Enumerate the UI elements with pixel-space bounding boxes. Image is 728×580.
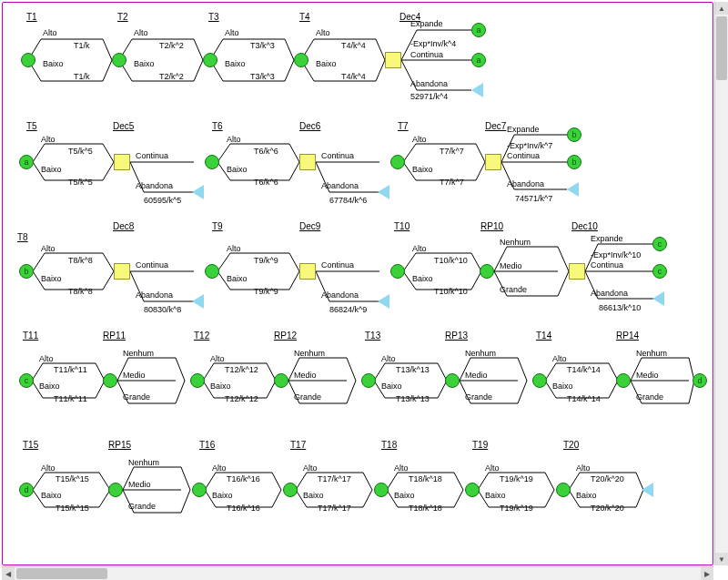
label-value: 67784/k^6 xyxy=(329,196,367,205)
label-continua: Continua xyxy=(321,260,354,270)
label-frac: T15/k^15 xyxy=(56,504,89,513)
terminal-c: c xyxy=(652,237,667,251)
chance-node-rp13 xyxy=(445,373,460,388)
decision-node-dec4 xyxy=(385,52,401,68)
horizontal-scrollbar[interactable]: ◀ ▶ xyxy=(2,566,713,580)
label-neg: -Exp*Inv/k^10 xyxy=(591,250,641,259)
label-frac: T6/k^6 xyxy=(254,178,278,187)
chance-node-t14 xyxy=(532,373,547,388)
label-frac: T19/k^19 xyxy=(500,474,533,483)
label-baixo: Baixo xyxy=(212,491,233,500)
label-baixo: Baixo xyxy=(303,491,324,500)
triangle-end xyxy=(642,483,653,497)
chance-node-t6 xyxy=(205,155,219,169)
start-d: d xyxy=(19,483,34,497)
chance-node-t3 xyxy=(203,53,217,67)
label-frac: T12/k^12 xyxy=(225,394,258,403)
label-frac: T12/k^12 xyxy=(225,365,258,374)
label-abandona: Abandona xyxy=(410,79,448,88)
label-grande: Grande xyxy=(500,285,527,294)
triangle-d6 xyxy=(378,185,389,199)
label-expande: Expande xyxy=(591,234,623,243)
label-frac: T17/k^17 xyxy=(318,504,351,513)
row1-wires xyxy=(3,3,713,103)
row2-wires xyxy=(3,112,713,221)
label-baixo: Baixo xyxy=(39,382,60,391)
label-nenhum: Nenhum xyxy=(465,349,496,358)
scroll-thumb-v[interactable] xyxy=(716,16,727,80)
label-baixo: Baixo xyxy=(227,274,248,283)
label-continua: Continua xyxy=(136,151,168,160)
label-nenhum: Nenhum xyxy=(123,349,154,358)
chance-node-rp12 xyxy=(274,373,288,388)
label-alto: Alto xyxy=(227,135,241,144)
label-alto: Alto xyxy=(39,354,54,363)
app-frame: T1 T2 T3 T4 Dec4 a a Alto T1/k Baixo T1/… xyxy=(0,0,728,580)
label-alto: Alto xyxy=(210,354,225,363)
chance-node-rp11 xyxy=(103,373,117,388)
label-frac: T3/k^3 xyxy=(250,72,275,81)
label-alto: Alto xyxy=(227,244,241,253)
label-alto: Alto xyxy=(485,463,500,473)
chance-node-t12 xyxy=(190,373,205,388)
label-frac: T20/k^20 xyxy=(591,474,624,483)
label-grande: Grande xyxy=(123,392,150,402)
label-frac: T20/k^20 xyxy=(591,504,624,513)
label-grande: Grande xyxy=(636,392,663,402)
label-abandona: Abandona xyxy=(321,181,359,190)
label-frac: T11/k^11 xyxy=(54,394,87,403)
label-frac: T15/k^15 xyxy=(56,474,89,483)
label-alto: Alto xyxy=(394,463,409,473)
label-alto: Alto xyxy=(212,463,227,473)
triangle-d9 xyxy=(378,294,389,309)
label-neg: -Exp*Inv/k^4 xyxy=(410,39,456,48)
chance-node-rp14 xyxy=(616,373,631,388)
label-abandona: Abandona xyxy=(136,290,173,300)
label-frac: T14/k^14 xyxy=(567,394,601,403)
label-baixo: Baixo xyxy=(43,59,64,68)
label-frac: T14/k^14 xyxy=(567,365,601,374)
chance-node-t9 xyxy=(205,264,219,279)
chance-node-t16 xyxy=(192,483,207,497)
scroll-right-button[interactable]: ▶ xyxy=(701,567,713,580)
label-baixo: Baixo xyxy=(576,491,597,500)
label-alto: Alto xyxy=(41,135,56,144)
label-continua: Continua xyxy=(591,260,623,270)
label-nenhum: Nenhum xyxy=(500,238,531,247)
label-value: 86824/k^9 xyxy=(329,305,367,314)
triangle-d7 xyxy=(567,182,579,197)
vertical-scrollbar[interactable]: ▲ ▼ xyxy=(714,2,728,565)
chance-node-t17 xyxy=(283,483,298,497)
label-neg: -Exp*Inv/k^7 xyxy=(507,141,552,150)
decision-node-dec9 xyxy=(299,263,316,280)
chance-node-t20 xyxy=(556,483,571,497)
label-frac: T5/k^5 xyxy=(68,147,93,156)
triangle-d10 xyxy=(652,291,664,306)
scroll-left-button[interactable]: ◀ xyxy=(2,567,15,580)
label-baixo: Baixo xyxy=(381,382,402,391)
decision-node-dec5 xyxy=(114,154,130,170)
label-frac: T3/k^3 xyxy=(250,41,275,50)
scroll-down-button[interactable]: ▼ xyxy=(715,553,728,565)
label-frac: T4/k^4 xyxy=(341,72,366,81)
label-alto: Alto xyxy=(41,244,56,253)
label-medio: Medio xyxy=(294,371,317,380)
label-baixo: Baixo xyxy=(552,382,573,391)
label-alto: Alto xyxy=(41,463,56,473)
decision-node-dec8 xyxy=(114,263,130,280)
label-grande: Grande xyxy=(465,392,492,402)
label-expande: Expande xyxy=(410,19,443,28)
triangle-d5 xyxy=(192,185,204,199)
label-continua: Continua xyxy=(410,50,443,59)
chance-node-t10 xyxy=(390,264,405,279)
terminal-c: c xyxy=(652,264,667,279)
decision-node-dec10 xyxy=(569,263,585,280)
label-baixo: Baixo xyxy=(210,382,231,391)
chance-node-t1 xyxy=(21,53,35,67)
scroll-thumb-h[interactable] xyxy=(16,568,107,579)
label-frac: T1/k xyxy=(74,41,90,50)
scroll-up-button[interactable]: ▲ xyxy=(715,2,728,15)
label-continua: Continua xyxy=(136,260,168,270)
triangle-d8 xyxy=(192,294,204,309)
label-alto: Alto xyxy=(381,354,396,363)
